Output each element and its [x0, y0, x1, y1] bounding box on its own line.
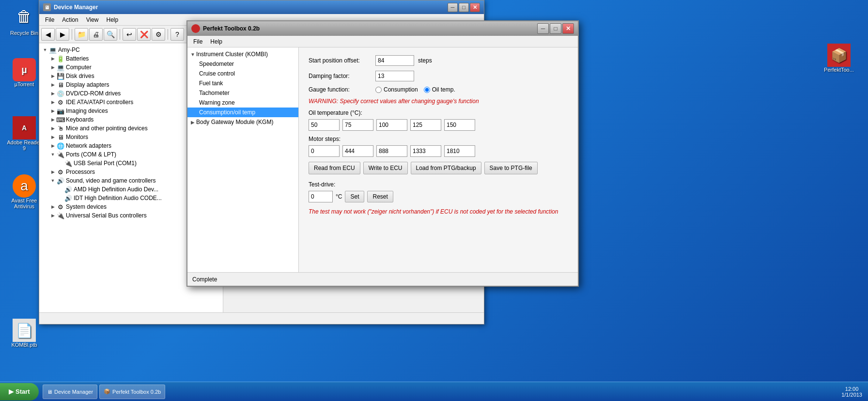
reset-button[interactable]: Reset — [367, 191, 393, 202]
toolbar-separator-3 — [168, 29, 168, 40]
consumption-radio-option[interactable]: Consumption — [375, 86, 418, 93]
motor-steps-input-1[interactable] — [309, 145, 340, 157]
read-from-ecu-button[interactable]: Read from ECU — [309, 162, 360, 174]
motor-steps-grid — [309, 145, 568, 157]
mice-expand[interactable]: ▶ — [49, 124, 57, 132]
perfekt-maximize[interactable]: □ — [550, 23, 561, 34]
motor-steps-input-4[interactable] — [410, 145, 441, 157]
ptree-item-cruise[interactable]: Cruise control — [187, 69, 298, 78]
network-expand[interactable]: ▶ — [49, 142, 57, 150]
oil-temp-input-5[interactable] — [444, 119, 475, 131]
remove-button[interactable]: ❌ — [137, 28, 151, 41]
set-button[interactable]: Set — [345, 191, 364, 202]
perfekt-window: Perfekt Toolbox 0.2b ─ □ ✕ File Help ▼ I… — [186, 20, 579, 287]
device-manager-title: Device Manager — [54, 4, 98, 11]
recycle-bin-icon[interactable]: 🗑 Recycle Bin — [5, 5, 44, 36]
menu-view[interactable]: View — [82, 15, 103, 24]
perfekt-menu-file[interactable]: File — [189, 37, 206, 46]
perfekt-tree[interactable]: ▼ Instrument Cluster (KOMBI) Speedometer… — [187, 47, 299, 272]
kombi-expand-icon[interactable]: ▼ — [189, 52, 196, 57]
ptree-item-tachometer[interactable]: Tachometer — [187, 88, 298, 98]
load-backup-button[interactable]: Load from PTG/backup — [411, 162, 481, 174]
ptree-item-consumption[interactable]: Consumption/oil temp — [187, 108, 298, 117]
root-expand-icon[interactable]: ▼ — [41, 46, 49, 54]
help-button[interactable]: ? — [170, 28, 184, 41]
oil-temp-input-3[interactable] — [376, 119, 407, 131]
properties-button[interactable]: 🔍 — [104, 28, 117, 41]
imaging-icon: 📷 — [57, 107, 64, 115]
minimize-button[interactable]: ─ — [448, 3, 458, 12]
menu-file[interactable]: File — [41, 15, 58, 24]
forward-button[interactable]: ▶ — [56, 28, 69, 41]
kombi-image: 📄 — [13, 319, 36, 342]
start-button[interactable]: ▶ Start — [0, 383, 39, 401]
menu-action[interactable]: Action — [58, 15, 82, 24]
imaging-expand[interactable]: ▶ — [49, 107, 57, 115]
oiltemp-radio[interactable] — [424, 87, 430, 93]
perfekt-desktop-label: PerfektToo... — [824, 67, 854, 73]
sound-expand[interactable]: ▼ — [49, 177, 57, 185]
monitors-label: Monitors — [66, 134, 88, 140]
motor-steps-input-2[interactable] — [342, 145, 373, 157]
dvd-label: DVD/CD-ROM drives — [66, 90, 121, 97]
oil-temp-input-4[interactable] — [410, 119, 441, 131]
ide-expand[interactable]: ▶ — [49, 98, 57, 106]
write-to-ecu-button[interactable]: Write to ECU — [363, 162, 408, 174]
system-expand[interactable]: ▶ — [49, 203, 57, 211]
refresh-button[interactable]: ↩ — [123, 28, 136, 41]
ptree-item-fuel[interactable]: Fuel tank — [187, 78, 298, 88]
taskbar-perfekt[interactable]: 📦 Perfekt Toolbox 0.2b — [99, 385, 165, 399]
mice-label: Mice and other pointing devices — [66, 125, 148, 132]
network-label: Network adapters — [66, 142, 111, 149]
taskbar: ▶ Start 🖥 Device Manager 📦 Perfekt Toolb… — [0, 382, 868, 401]
adobe-icon[interactable]: A Adobe Reader 9 — [5, 116, 44, 151]
ptree-item-warning[interactable]: Warning zone — [187, 98, 298, 108]
ports-expand[interactable]: ▼ — [49, 151, 57, 158]
disk-expand[interactable]: ▶ — [49, 72, 57, 80]
utorrent-icon[interactable]: µ µTorrent — [5, 58, 44, 87]
back-button[interactable]: ◀ — [41, 28, 55, 41]
perfekt-minimize[interactable]: ─ — [537, 23, 549, 34]
batteries-expand[interactable]: ▶ — [49, 55, 57, 62]
close-button[interactable]: ✕ — [470, 3, 480, 12]
clock-date: 1/1/2013 — [841, 392, 862, 398]
monitors-expand[interactable]: ▶ — [49, 133, 57, 141]
perfekt-content: ▼ Instrument Cluster (KOMBI) Speedometer… — [187, 47, 578, 272]
processors-expand[interactable]: ▶ — [49, 168, 57, 176]
ptree-item-speedometer[interactable]: Speedometer — [187, 59, 298, 69]
ptree-item-kgm[interactable]: ▶ Body Gateway Module (KGM) — [187, 117, 298, 127]
perfekt-menu-help[interactable]: Help — [206, 37, 226, 46]
oil-temp-input-2[interactable] — [342, 119, 373, 131]
ptree-item-kombi[interactable]: ▼ Instrument Cluster (KOMBI) — [187, 49, 298, 59]
kombi-icon[interactable]: 📄 KOMBl.ptb — [5, 319, 44, 348]
motor-steps-input-5[interactable] — [444, 145, 475, 157]
kgm-tree-label: Body Gateway Module (KGM) — [196, 119, 273, 125]
test-drive-input[interactable] — [309, 191, 333, 202]
settings-button[interactable]: ⚙ — [152, 28, 165, 41]
amd-audio-expand — [57, 185, 64, 193]
menu-help[interactable]: Help — [103, 15, 123, 24]
computer-expand[interactable]: ▶ — [49, 63, 57, 71]
save-ptg-button[interactable]: Save to PTG-file — [484, 162, 538, 174]
perfekt-desktop-icon[interactable]: 📦 PerfektToo... — [820, 44, 858, 73]
damping-factor-input[interactable] — [375, 71, 414, 81]
start-position-input[interactable] — [375, 55, 414, 66]
oil-temp-input-1[interactable] — [309, 119, 340, 131]
sound-icon: 🔊 — [57, 177, 64, 185]
kgm-expand-icon[interactable]: ▶ — [189, 120, 196, 125]
sound-label: Sound, video and game controllers — [66, 177, 155, 184]
display-expand[interactable]: ▶ — [49, 81, 57, 89]
consumption-radio[interactable] — [375, 87, 382, 93]
usb-expand[interactable]: ▶ — [49, 212, 57, 219]
dvd-expand[interactable]: ▶ — [49, 90, 57, 97]
taskbar-device-manager[interactable]: 🖥 Device Manager — [43, 385, 97, 399]
desktop: 🗑 Recycle Bin µ µTorrent A Adobe Reader … — [0, 0, 868, 401]
folder-button[interactable]: 📁 — [75, 28, 88, 41]
maximize-button[interactable]: □ — [459, 3, 469, 12]
print-button[interactable]: 🖨 — [89, 28, 103, 41]
motor-steps-input-3[interactable] — [376, 145, 407, 157]
perfekt-close[interactable]: ✕ — [562, 23, 574, 34]
oiltemp-radio-option[interactable]: Oil temp. — [424, 86, 455, 93]
start-position-unit: steps — [418, 57, 432, 64]
avast-icon[interactable]: a Avast Free Antivirus — [5, 174, 44, 209]
